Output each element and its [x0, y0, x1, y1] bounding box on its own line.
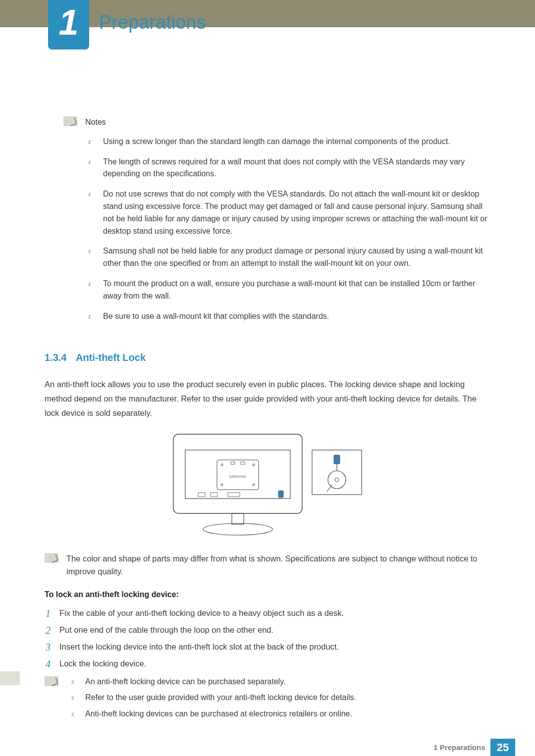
- list-item: Lock the locking device.: [45, 656, 490, 670]
- steps-list: Fix the cable of your anti-theft locking…: [45, 606, 490, 670]
- svg-rect-8: [241, 462, 245, 464]
- list-item: To mount the product on a wall, ensure y…: [85, 278, 490, 302]
- notes-list: Using a screw longer than the standard l…: [85, 136, 490, 323]
- page: 1 Preparations Notes Using a screw longe…: [0, 0, 535, 756]
- chapter-number-badge: 1: [48, 0, 89, 50]
- section-note-text: The color and shape of parts may differ …: [66, 554, 478, 576]
- list-item: Put one end of the cable through the loo…: [45, 623, 490, 637]
- svg-point-14: [203, 523, 272, 535]
- notes-heading: Notes: [85, 118, 106, 126]
- svg-rect-11: [228, 493, 240, 497]
- svg-point-18: [328, 471, 346, 489]
- footer-page-number: 25: [490, 739, 515, 756]
- svg-point-20: [335, 478, 339, 482]
- svg-rect-16: [334, 455, 340, 464]
- svg-rect-7: [231, 462, 235, 464]
- left-margin-marker: [0, 671, 20, 685]
- section-intro: An anti-theft lock allows you to use the…: [45, 377, 490, 420]
- list-item: The length of screws required for a wall…: [85, 156, 490, 181]
- list-item: Insert the locking device into the anti-…: [45, 640, 490, 654]
- svg-point-3: [221, 464, 223, 466]
- svg-point-5: [221, 484, 223, 486]
- svg-rect-13: [232, 513, 244, 524]
- svg-rect-10: [211, 493, 217, 497]
- list-item: Anti-theft locking devices can be purcha…: [67, 707, 490, 720]
- notes-heading-row: Notes: [85, 116, 490, 129]
- lock-diagram: SAMSUNG: [163, 430, 372, 539]
- content-area: Notes Using a screw longer than the stan…: [45, 116, 490, 720]
- svg-line-19: [327, 485, 332, 492]
- section-number: 1.3.4: [45, 352, 66, 363]
- svg-rect-1: [185, 450, 290, 499]
- note-icon: [45, 676, 58, 686]
- brand-label: SAMSUNG: [229, 475, 246, 478]
- svg-point-4: [253, 464, 255, 466]
- section-note: The color and shape of parts may differ …: [66, 552, 490, 578]
- list-item: Refer to the user guide provided with yo…: [67, 691, 490, 704]
- list-item: Fix the cable of your anti-theft locking…: [45, 606, 490, 620]
- note-icon: [63, 116, 77, 126]
- sub-notes-list: An anti-theft locking device can be purc…: [67, 675, 490, 720]
- list-item: Be sure to use a wall-mount kit that com…: [85, 310, 490, 323]
- section-heading: 1.3.4 Anti-theft Lock: [45, 352, 490, 363]
- steps-heading: To lock an anti-theft locking device:: [45, 590, 490, 599]
- chapter-title: Preparations: [99, 12, 206, 33]
- list-item: Using a screw longer than the standard l…: [85, 136, 490, 148]
- notes-section: Notes Using a screw longer than the stan…: [85, 116, 490, 322]
- svg-rect-12: [278, 491, 283, 498]
- list-item: Samsung shall not be held liable for any…: [85, 245, 490, 270]
- list-item: Do not use screws that do not comply wit…: [85, 188, 490, 237]
- svg-point-6: [253, 484, 255, 486]
- section-title: Anti-theft Lock: [76, 352, 146, 363]
- svg-rect-0: [173, 434, 302, 513]
- svg-rect-9: [198, 493, 205, 497]
- page-footer: 1 Preparations 25: [0, 739, 535, 756]
- note-icon: [45, 553, 58, 563]
- list-item: An anti-theft locking device can be purc…: [67, 675, 490, 688]
- footer-chapter-label: 1 Preparations: [433, 743, 485, 752]
